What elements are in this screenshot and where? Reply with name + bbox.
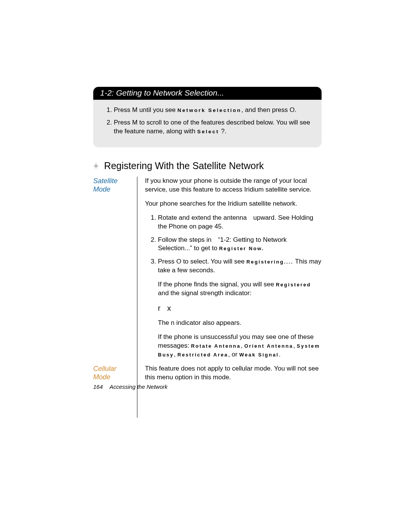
display-text: Orient Antenna [244, 343, 293, 349]
substep-3: Press O to select. You will see Register… [158, 257, 322, 275]
footer-title: Accessing the Network [110, 383, 168, 390]
section-title: Getting to Network Selection... [116, 88, 224, 97]
mode-label-column: Cellular Mode [93, 364, 137, 418]
satellite-mode-label: Satellite Mode [93, 177, 137, 194]
display-text: Register Now. [219, 246, 264, 251]
step-2: Press M to scroll to one of the features… [114, 118, 313, 136]
mode-label-column: Satellite Mode [93, 177, 137, 364]
modes-table: Satellite Mode If you know your phone is… [93, 177, 322, 364]
section-title-bar: 1-2: Getting to Network Selection... [93, 87, 322, 100]
display-text: Rotate Antenna [191, 343, 241, 349]
modes-table: Cellular Mode This feature does not appl… [93, 364, 322, 418]
display-text: Restricted Area [177, 352, 228, 358]
home-indicator-icon: n [171, 319, 174, 326]
paragraph: This feature does not apply to cellular … [145, 364, 322, 382]
substep-2: Follow the steps in “1-2: Getting to Net… [158, 236, 322, 253]
display-text: Registering.... [246, 259, 293, 265]
display-text: Weak Signal [239, 352, 279, 358]
cellular-mode-body: This feature does not apply to cellular … [145, 364, 322, 418]
subsection-heading: +Registering With the Satellite Network [93, 160, 322, 171]
step-1: Press M until you see Network Selection,… [114, 106, 313, 115]
page-footer: 164 Accessing the Network [93, 383, 167, 390]
vertical-divider [137, 364, 137, 418]
vertical-divider [137, 177, 137, 364]
section-number: 1-2: [100, 88, 114, 97]
menu-key-icon: M [132, 106, 137, 113]
display-text: Network Selection [177, 107, 241, 113]
ok-key-icon: O [176, 258, 181, 265]
page-number: 164 [93, 383, 103, 390]
paragraph: Your phone searches for the Iridium sate… [145, 200, 322, 208]
steps-box: Press M until you see Network Selection,… [93, 100, 322, 147]
paragraph: The n indicator also appears. [145, 319, 322, 328]
paragraph: If the phone ﬁnds the signal, you will s… [145, 280, 322, 298]
substep-1: Rotate and extend the antenna upward. Se… [158, 214, 322, 231]
cellular-mode-label: Cellular Mode [93, 364, 137, 382]
signal-indicator-icon: r x [145, 303, 322, 313]
ok-key-icon: O [290, 106, 295, 113]
display-text: Select [197, 129, 219, 134]
satellite-mode-body: If you know your phone is outside the ra… [145, 177, 322, 364]
page-content: 1-2: Getting to Network Selection... Pre… [93, 87, 322, 418]
plus-icon: + [93, 160, 99, 171]
display-text: Registered [276, 282, 311, 288]
menu-key-icon: M [132, 119, 137, 126]
paragraph: If the phone is unsuccessful you may see… [145, 333, 322, 359]
paragraph: If you know your phone is outside the ra… [145, 177, 322, 194]
